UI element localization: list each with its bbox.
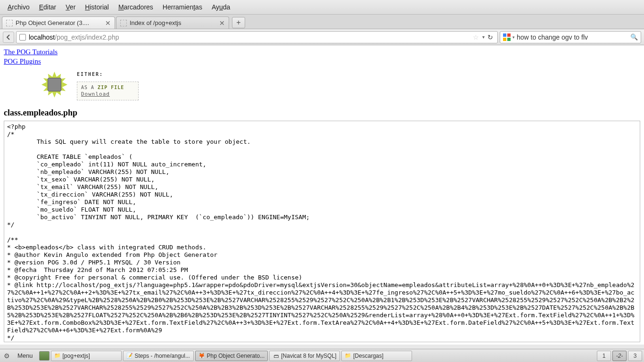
search-bar[interactable]: ▾ how to change ogv to flv 🔍 — [500, 31, 641, 43]
tab-inactive[interactable]: Index of /pog+extjs ✕ — [116, 16, 229, 29]
tab-active[interactable]: Php Object Generator (3.... ✕ — [2, 16, 115, 29]
new-tab-button[interactable]: + — [232, 17, 245, 28]
google-icon — [503, 33, 511, 41]
taskbar-item[interactable]: 📁[pog+extjs] — [51, 351, 122, 361]
download-section: EITHER: AS A ZIP FILE Download — [41, 72, 640, 100]
tab-title: Index of /pog+extjs — [130, 19, 215, 26]
menu-button[interactable]: Menu — [13, 351, 38, 361]
workspace-2[interactable]: -2- — [612, 351, 627, 361]
firefox-icon: 🦊 — [198, 353, 205, 359]
link-plugins[interactable]: POG Plugins — [4, 57, 640, 66]
reload-icon[interactable]: ↻ — [487, 33, 493, 41]
taskbar-item[interactable]: 📝Steps - /home/angul... — [123, 351, 194, 361]
favicon-icon — [6, 20, 13, 26]
editor-icon: 📝 — [126, 353, 133, 359]
url-bar[interactable]: localhost/pog_extjs/index2.php ☆ ▾ ↻ — [16, 31, 498, 43]
url-text[interactable]: localhost/pog_extjs/index2.php — [29, 33, 471, 41]
taskbar-item[interactable]: 📁[Descargas] — [341, 351, 412, 361]
navicat-icon: 🗃 — [272, 353, 279, 359]
search-text[interactable]: how to change ogv to flv — [517, 33, 630, 41]
menu-ver[interactable]: Ver — [61, 1, 80, 13]
link-tutorials[interactable]: The POG Tutorials — [4, 47, 640, 57]
taskbar-item-active[interactable]: 🦊Php Object Generato... — [195, 351, 268, 361]
page-content: The POG Tutorials POG Plugins EITHER: AS… — [0, 45, 644, 345]
back-button[interactable] — [3, 32, 14, 43]
menubar: Archivo Editar Ver Historial Marcadores … — [0, 0, 644, 15]
menu-marcadores[interactable]: Marcadores — [114, 1, 158, 13]
back-arrow-icon — [5, 34, 12, 41]
workspace-3[interactable]: 3 — [628, 351, 642, 361]
nav-toolbar: localhost/pog_extjs/index2.php ☆ ▾ ↻ ▾ h… — [0, 29, 644, 45]
bookmark-star-icon[interactable]: ☆ — [473, 33, 479, 41]
zip-label: AS A ZIP FILE — [81, 85, 124, 90]
tab-title: Php Object Generator (3.... — [16, 19, 101, 26]
menu-herramientas[interactable]: Herramientas — [158, 1, 207, 13]
menu-historial[interactable]: Historial — [80, 1, 114, 13]
taskbar-item[interactable]: 🗃[Navicat 8 for MySQL] — [269, 351, 340, 361]
favicon-icon — [120, 20, 127, 26]
folder-icon: 📁 — [345, 353, 351, 359]
menu-ayuda[interactable]: Ayuda — [207, 1, 235, 13]
url-dropdown-icon[interactable]: ▾ — [482, 34, 485, 40]
show-desktop-button[interactable] — [39, 351, 50, 361]
close-icon[interactable]: ✕ — [219, 19, 225, 27]
zip-badge-icon — [41, 72, 67, 98]
search-icon[interactable]: 🔍 — [630, 33, 638, 41]
menu-editar[interactable]: Editar — [34, 1, 61, 13]
site-identity-icon[interactable] — [19, 34, 26, 41]
tab-bar: Php Object Generator (3.... ✕ Index of /… — [0, 15, 644, 29]
workspace-switcher: 1 -2- 3 — [597, 351, 642, 361]
gear-icon[interactable]: ⚙ — [2, 351, 11, 361]
class-filename-heading: class.empleados.php — [4, 108, 640, 118]
code-textarea[interactable]: <?php /* This SQL query will create the … — [4, 121, 640, 342]
taskbar: ⚙ Menu 📁[pog+extjs] 📝Steps - /home/angul… — [0, 349, 644, 362]
menu-archivo[interactable]: Archivo — [3, 1, 34, 13]
folder-icon: 📁 — [54, 353, 61, 359]
download-link[interactable]: Download — [81, 91, 110, 97]
search-engine-dropdown-icon[interactable]: ▾ — [512, 35, 515, 40]
workspace-1[interactable]: 1 — [597, 351, 611, 361]
zip-download-box: AS A ZIP FILE Download — [77, 82, 139, 100]
either-label: EITHER: — [77, 72, 139, 77]
close-icon[interactable]: ✕ — [105, 19, 111, 27]
